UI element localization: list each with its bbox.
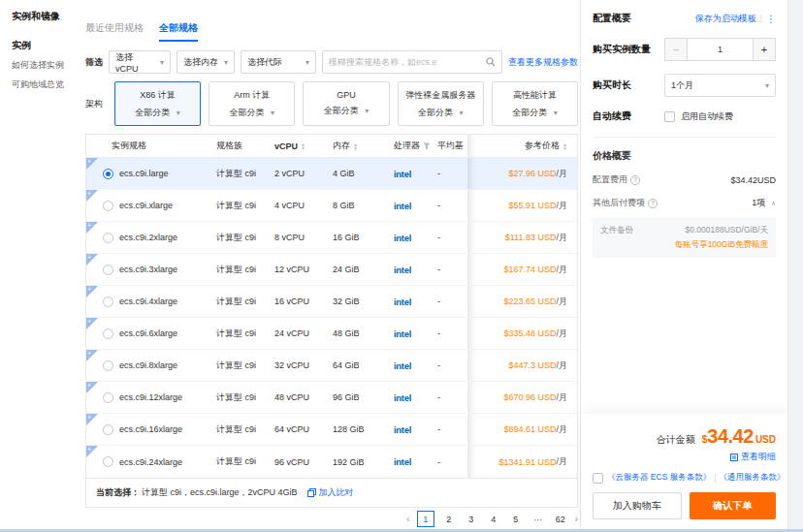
sort-icon[interactable]: ▲▼ [562, 142, 567, 150]
view-detail-link[interactable]: 查看明细 [730, 451, 776, 463]
table-row[interactable]: ecs.c9i.12xlarge 计算型 c9i 48 vCPU 96 GiB … [86, 382, 577, 414]
search-icon[interactable] [486, 57, 496, 67]
spec-radio[interactable] [103, 360, 113, 371]
page-button[interactable]: 2 [441, 511, 457, 527]
confirm-order-button[interactable]: 确认下单 [690, 492, 777, 519]
promo-corner-badge [86, 222, 98, 234]
add-to-compare-link[interactable]: 加入比对 [307, 486, 354, 499]
header-processor[interactable]: 处理器 [394, 135, 437, 157]
spec-family: 计算型 c9i [216, 222, 274, 253]
config-fee-label: 配置费用 [593, 173, 627, 186]
auto-renew-checkbox[interactable] [664, 111, 675, 122]
agreement-checkbox[interactable] [593, 473, 603, 484]
sort-icon[interactable]: ▲▼ [353, 142, 358, 150]
page-button[interactable]: 1 [417, 511, 434, 527]
quantity-value[interactable]: 1 [688, 38, 753, 61]
processor-cell: intel [394, 446, 437, 478]
header-memory[interactable]: 内存 ▲▼ [333, 135, 394, 157]
scrollbar-track[interactable] [787, 0, 803, 529]
architecture-card-category[interactable]: 全部分类 ▾ [135, 107, 180, 119]
spec-name: ecs.c9i.12xlarge [119, 392, 182, 402]
page-button[interactable]: 5 [508, 511, 524, 527]
sidebar-link[interactable]: 可购地域总览 [12, 78, 83, 91]
postpaid-items-row[interactable]: 其他后付费项 ? 1项 ∧ [593, 197, 776, 209]
add-to-cart-button[interactable]: 加入购物车 [593, 492, 682, 519]
table-row[interactable]: ecs.c9i.3xlarge 计算型 c9i 12 vCPU 24 GiB i… [86, 254, 577, 286]
generation-select[interactable]: 选择代际 ▾ [241, 50, 316, 74]
price-unit: /月 [556, 455, 567, 468]
tab-recent-specs[interactable]: 最近使用规格 [85, 21, 144, 42]
help-icon[interactable]: ? [630, 175, 640, 185]
table-row[interactable]: ecs.c9i.large 计算型 c9i 2 vCPU 4 GiB intel… [86, 158, 577, 190]
table-row[interactable]: ecs.c9i.16xlarge 计算型 c9i 64 vCPU 128 GiB… [86, 414, 577, 446]
page-button[interactable]: 62 [553, 511, 568, 527]
quantity-plus-button[interactable]: + [753, 38, 776, 61]
price-unit: /月 [556, 328, 567, 340]
header-vcpu[interactable]: vCPU ▲▼ [274, 135, 333, 157]
spec-radio[interactable] [103, 233, 113, 243]
current-selection-bar: 当前选择： 计算型 c9i，ecs.c9i.large，2vCPU 4GiB 加… [86, 478, 577, 507]
more-actions-icon[interactable]: ⋮ [766, 14, 776, 24]
quantity-minus-button[interactable]: − [664, 38, 688, 61]
architecture-card[interactable]: X86 计算 全部分类 ▾ [114, 81, 201, 126]
spec-radio[interactable] [103, 265, 113, 275]
header-price[interactable]: 参考价格 ▲▼ [467, 135, 577, 157]
spec-radio[interactable] [103, 392, 113, 403]
architecture-card[interactable]: 弹性裸金属服务器 全部分类 ▾ [398, 81, 484, 126]
architecture-card[interactable]: GPU 全部分类 ▾ [303, 81, 389, 126]
spec-radio[interactable] [103, 329, 113, 339]
spec-family: 计算型 c9i [216, 318, 274, 349]
header-memory-label: 内存 [333, 140, 350, 152]
page-button[interactable]: 3 [464, 511, 479, 527]
save-as-launch-template-link[interactable]: 保存为启动模板 [695, 13, 756, 25]
more-spec-params-link[interactable]: 查看更多规格参数 [508, 56, 578, 69]
intel-logo: intel [394, 265, 411, 275]
prev-page-button[interactable]: ‹ [406, 514, 409, 524]
architecture-card[interactable]: 高性能计算 全部分类 ▾ [492, 81, 578, 126]
ecs-terms-link[interactable]: 《云服务器 ECS 服务条款》 [607, 472, 711, 484]
sort-icon[interactable]: ▲▼ [301, 142, 305, 150]
header-vcpu-label: vCPU [274, 141, 298, 151]
table-row[interactable]: ecs.c9i.6xlarge 计算型 c9i 24 vCPU 48 GiB i… [86, 318, 577, 350]
help-icon[interactable]: ? [648, 199, 658, 208]
spec-radio[interactable] [103, 201, 113, 211]
table-row[interactable]: ecs.c9i.2xlarge 计算型 c9i 8 vCPU 16 GiB in… [86, 222, 577, 254]
architecture-card-category[interactable]: 全部分类 ▾ [324, 105, 369, 117]
spec-cell: ecs.c9i.12xlarge [86, 382, 216, 413]
price-cell: $167.74 USD /月 [467, 254, 577, 285]
tab-all-specs[interactable]: 全部规格 [159, 21, 198, 42]
architecture-card-category[interactable]: 全部分类 ▾ [230, 107, 275, 119]
processor-cell: intel [394, 318, 437, 349]
file-backup-price: $0.000188USD/GiB/天 [675, 225, 768, 236]
architecture-card-category[interactable]: 全部分类 ▾ [512, 107, 558, 119]
intel-logo: intel [394, 392, 411, 403]
architecture-card-category[interactable]: 全部分类 ▾ [418, 107, 464, 119]
page-button[interactable]: ··· [530, 511, 546, 527]
duration-select[interactable]: 1个月 ▾ [664, 74, 776, 97]
spec-memory: 128 GiB [333, 414, 394, 445]
price-amount: $335.48 USD [503, 329, 556, 338]
instance-purchase-page: 实例和镜像 实例 如何选择实例 可购地域总览 最近使用规格 全部规格 筛选 选择… [0, 0, 803, 532]
table-row[interactable]: ecs.c9i.4xlarge 计算型 c9i 16 vCPU 32 GiB i… [86, 286, 577, 318]
general-terms-link[interactable]: 《通用服务条款》 [719, 472, 785, 484]
page-button[interactable]: 4 [486, 511, 501, 527]
table-row[interactable]: ecs.c9i.24xlarge 计算型 c9i 96 vCPU 192 GiB… [86, 446, 577, 478]
architecture-card[interactable]: Arm 计算 全部分类 ▾ [209, 81, 295, 126]
spec-radio[interactable] [103, 456, 113, 467]
spec-memory: 96 GiB [333, 382, 394, 413]
sidebar: 实例和镜像 实例 如何选择实例 可购地域总览 [0, 0, 83, 91]
header-benchmark: 平均基 [437, 135, 467, 157]
sidebar-link[interactable]: 如何选择实例 [12, 59, 83, 72]
collapse-icon[interactable]: ∧ [771, 200, 776, 206]
spec-search-input[interactable] [329, 57, 486, 67]
price-unit: /月 [556, 200, 567, 212]
table-row[interactable]: ecs.c9i.8xlarge 计算型 c9i 32 vCPU 64 GiB i… [86, 350, 577, 382]
vcpu-select[interactable]: 选择 vCPU ▾ [109, 50, 171, 74]
next-page-button[interactable]: › [575, 514, 578, 524]
filter-icon[interactable] [423, 142, 431, 150]
table-row[interactable]: ecs.c9i.xlarge 计算型 c9i 4 vCPU 8 GiB inte… [86, 190, 577, 222]
spec-radio[interactable] [103, 169, 113, 179]
memory-select[interactable]: 选择内存 ▾ [177, 50, 235, 74]
spec-radio[interactable] [103, 297, 113, 307]
spec-radio[interactable] [103, 424, 113, 435]
